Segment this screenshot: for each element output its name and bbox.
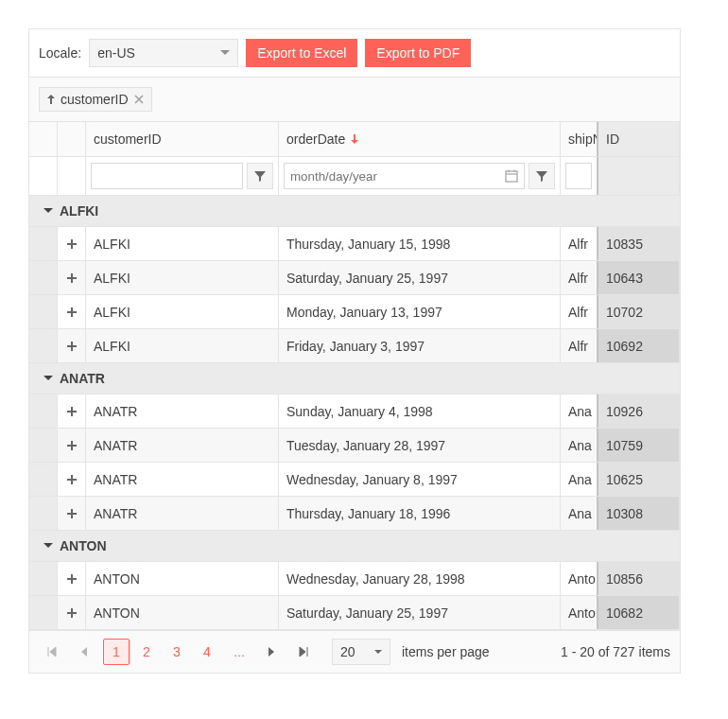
cell-shipName: Ana xyxy=(561,395,598,428)
cell-id: 10926 xyxy=(598,395,680,428)
cell-shipName: Anto xyxy=(561,562,598,595)
group-indent-cell xyxy=(29,596,58,629)
plus-icon xyxy=(66,508,78,519)
cell-shipName: Alfr xyxy=(561,261,598,294)
expand-cell[interactable] xyxy=(58,596,86,629)
filter-cell-id xyxy=(598,157,680,195)
cell-shipName: Alfr xyxy=(561,295,598,328)
pager-prev-button[interactable] xyxy=(71,639,97,665)
column-header-shipName[interactable]: shipName xyxy=(561,122,598,156)
pager-page-1[interactable]: 1 xyxy=(103,639,130,665)
cell-customerID: ANTON xyxy=(86,596,279,629)
pager-last-button[interactable] xyxy=(290,639,317,665)
cell-shipName: Alfr xyxy=(561,329,598,362)
cell-orderDate: Thursday, January 15, 1998 xyxy=(279,227,561,260)
filter-input-shipName[interactable] xyxy=(565,163,592,189)
cell-shipName: Anto xyxy=(561,596,598,629)
group-indent-cell xyxy=(29,429,58,462)
collapse-icon[interactable] xyxy=(37,376,60,381)
filter-button-customerID[interactable] xyxy=(247,163,273,189)
expand-cell[interactable] xyxy=(58,497,86,530)
table-row: ANATRSunday, January 4, 1998Ana 10926 xyxy=(29,395,680,429)
column-header-id[interactable]: ID xyxy=(598,122,680,156)
chevron-down-icon xyxy=(220,50,230,56)
group-name: ALFKI xyxy=(60,203,98,219)
cell-orderDate: Thursday, January 18, 1996 xyxy=(279,497,561,530)
filter-input-orderDate[interactable] xyxy=(290,169,505,184)
locale-label: Locale: xyxy=(39,45,81,61)
expand-column-header xyxy=(58,122,86,156)
cell-id: 10856 xyxy=(598,562,680,595)
filter-input-customerID[interactable] xyxy=(91,163,243,189)
cell-orderDate: Saturday, January 25, 1997 xyxy=(279,261,561,294)
cell-orderDate: Sunday, January 4, 1998 xyxy=(279,395,561,428)
sort-asc-icon xyxy=(47,95,55,104)
chip-label: customerID xyxy=(61,92,129,107)
group-indent-cell xyxy=(29,295,58,328)
group-column-header xyxy=(29,122,58,156)
cell-customerID: ALFKI xyxy=(86,295,279,328)
cell-id: 10835 xyxy=(598,227,680,260)
pager-next-button[interactable] xyxy=(258,639,285,665)
table-row: ANTONWednesday, January 28, 1998Anto1085… xyxy=(29,562,680,596)
export-excel-button[interactable]: Export to Excel xyxy=(246,39,357,67)
filter-cell-orderDate xyxy=(279,157,561,195)
collapse-icon[interactable] xyxy=(37,543,60,549)
export-pdf-button[interactable]: Export to PDF xyxy=(365,39,471,67)
cell-customerID: ANTON xyxy=(86,562,279,595)
cell-customerID: ALFKI xyxy=(86,227,279,260)
grid-body: ALFKIALFKIThursday, January 15, 1998Alfr… xyxy=(29,196,680,631)
filter-cell-shipName xyxy=(561,157,598,195)
cell-id: 10692 xyxy=(598,329,680,362)
group-indent-cell xyxy=(29,497,58,530)
plus-icon xyxy=(66,573,78,585)
pager-page-2[interactable]: 2 xyxy=(133,639,160,665)
group-name: ANATR xyxy=(60,371,105,386)
svg-rect-0 xyxy=(506,171,517,182)
group-indent-cell xyxy=(29,562,58,595)
cell-customerID: ALFKI xyxy=(86,329,279,362)
group-indent-cell xyxy=(29,463,58,496)
grid-container: Locale: en-US Export to Excel Export to … xyxy=(28,28,681,674)
expand-cell[interactable] xyxy=(58,562,86,595)
cell-orderDate: Tuesday, January 28, 1997 xyxy=(279,429,561,462)
pager-page-3[interactable]: 3 xyxy=(164,639,190,665)
group-panel[interactable]: customerID xyxy=(29,78,680,122)
group-row[interactable]: ALFKI xyxy=(29,196,680,227)
column-header-customerID[interactable]: customerID xyxy=(86,122,279,156)
locale-select[interactable]: en-US xyxy=(89,39,238,67)
table-row: ANATRTuesday, January 28, 1997Ana 10759 xyxy=(29,429,680,463)
pager-numbers: 1234 xyxy=(103,639,220,665)
group-name: ANTON xyxy=(60,538,107,553)
cell-customerID: ANATR xyxy=(86,429,279,462)
filter-group-cell xyxy=(29,157,58,195)
table-row: ALFKIMonday, January 13, 1997Alfr10702 xyxy=(29,295,680,329)
column-header-orderDate[interactable]: orderDate xyxy=(279,122,561,156)
expand-cell[interactable] xyxy=(58,395,86,428)
expand-cell[interactable] xyxy=(58,429,86,462)
group-row[interactable]: ANATR xyxy=(29,363,680,395)
page-size-select[interactable]: 20 xyxy=(332,639,390,665)
filter-button-orderDate[interactable] xyxy=(529,163,555,189)
expand-cell[interactable] xyxy=(58,463,86,496)
cell-customerID: ANATR xyxy=(86,395,279,428)
calendar-icon[interactable] xyxy=(505,169,518,183)
pager-page-4[interactable]: 4 xyxy=(194,639,220,665)
filter-icon xyxy=(253,169,267,183)
expand-cell[interactable] xyxy=(58,261,86,294)
expand-cell[interactable] xyxy=(58,329,86,362)
group-chip-customerID[interactable]: customerID xyxy=(39,87,152,112)
expand-cell[interactable] xyxy=(58,227,86,260)
date-input-wrap[interactable] xyxy=(284,163,525,189)
cell-orderDate: Monday, January 13, 1997 xyxy=(279,295,561,328)
expand-cell[interactable] xyxy=(58,295,86,328)
plus-icon xyxy=(66,307,78,318)
pager-first-button[interactable] xyxy=(39,639,65,665)
close-icon[interactable] xyxy=(134,95,144,104)
pager-dots[interactable]: ... xyxy=(226,644,252,659)
collapse-icon[interactable] xyxy=(37,208,60,214)
group-row[interactable]: ANTON xyxy=(29,531,680,562)
plus-icon xyxy=(66,406,78,417)
table-row: ALFKIFriday, January 3, 1997Alfr10692 xyxy=(29,329,680,363)
items-per-page-label: items per page xyxy=(402,644,490,659)
